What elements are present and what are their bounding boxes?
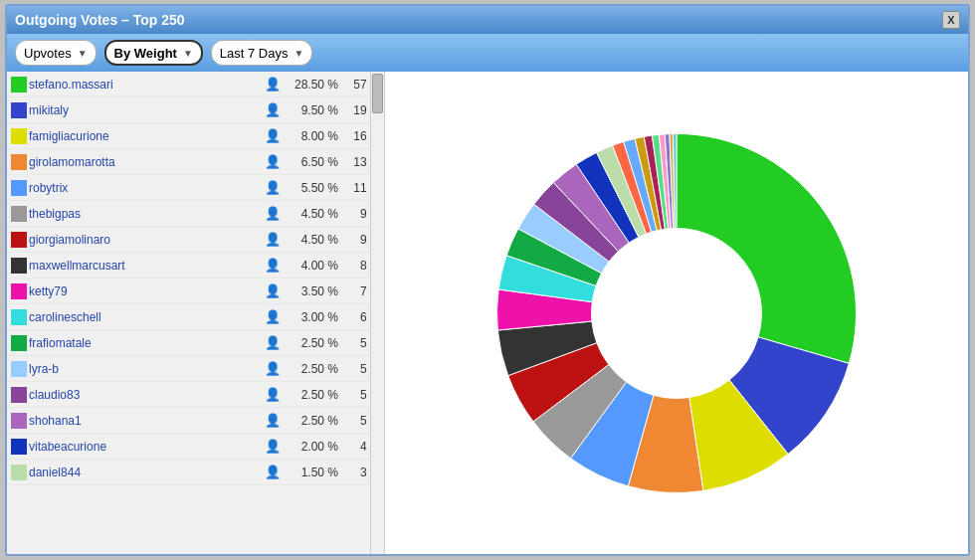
percentage-value: 6.50 % xyxy=(283,155,342,169)
username-label[interactable]: frafiomatale xyxy=(29,336,263,350)
percentage-value: 2.00 % xyxy=(283,440,342,454)
list-item[interactable]: frafiomatale 👤 2.50 % 5 x xyxy=(7,330,384,356)
user-icon: 👤 xyxy=(263,128,283,143)
percentage-value: 8.00 % xyxy=(283,129,342,143)
user-icon: 👤 xyxy=(263,180,283,195)
username-label[interactable]: maxwellmarcusart xyxy=(29,259,263,273)
percentage-value: 2.50 % xyxy=(283,362,342,376)
list-item[interactable]: lyra-b 👤 2.50 % 5 x xyxy=(7,356,384,382)
user-icon: 👤 xyxy=(263,258,283,273)
percentage-value: 9.50 % xyxy=(283,103,342,117)
percentage-value: 28.50 % xyxy=(283,78,342,92)
user-icon: 👤 xyxy=(263,439,283,454)
list-item[interactable]: maxwellmarcusart 👤 4.00 % 8 x xyxy=(7,253,384,279)
user-icon: 👤 xyxy=(263,309,283,324)
percentage-value: 3.00 % xyxy=(283,310,342,324)
donut-chart xyxy=(488,99,866,527)
user-icon: 👤 xyxy=(263,232,283,247)
list-item[interactable]: thebigpas 👤 4.50 % 9 x xyxy=(7,201,384,227)
percentage-value: 1.50 % xyxy=(283,466,342,479)
chevron-down-icon: ▼ xyxy=(294,48,304,59)
list-item[interactable]: stefano.massari 👤 28.50 % 57 x xyxy=(7,72,384,97)
scrollbar[interactable] xyxy=(370,72,384,554)
color-swatch xyxy=(11,387,27,403)
list-item[interactable]: carolineschell 👤 3.00 % 6 x xyxy=(7,304,384,330)
color-swatch xyxy=(11,180,27,196)
user-icon: 👤 xyxy=(263,335,283,350)
username-label[interactable]: ketty79 xyxy=(29,284,263,298)
list-item[interactable]: daniel844 👤 1.50 % 3 x xyxy=(7,460,384,485)
percentage-value: 4.50 % xyxy=(283,207,342,221)
chart-segment xyxy=(677,133,857,363)
percentage-value: 5.50 % xyxy=(283,181,342,195)
filter-weight-dropdown[interactable]: By Weight ▼ xyxy=(104,40,203,66)
username-label[interactable]: famigliacurione xyxy=(29,129,263,143)
color-swatch xyxy=(11,361,27,377)
color-swatch xyxy=(11,335,27,351)
list-item[interactable]: famigliacurione 👤 8.00 % 16 x xyxy=(7,123,384,149)
username-label[interactable]: thebigpas xyxy=(29,207,263,221)
chevron-down-icon: ▼ xyxy=(78,48,88,59)
username-label[interactable]: lyra-b xyxy=(29,362,263,376)
percentage-value: 2.50 % xyxy=(283,336,342,350)
color-swatch xyxy=(11,232,27,248)
username-label[interactable]: giorgiamolinaro xyxy=(29,233,263,247)
user-icon: 👤 xyxy=(263,77,283,92)
filter-type-dropdown[interactable]: Upvotes ▼ xyxy=(15,40,97,66)
user-icon: 👤 xyxy=(263,206,283,221)
window-title: Outgoing Votes – Top 250 xyxy=(15,12,185,28)
percentage-value: 2.50 % xyxy=(283,414,342,428)
list-item[interactable]: giorgiamolinaro 👤 4.50 % 9 x xyxy=(7,227,384,253)
list-item[interactable]: claudio83 👤 2.50 % 5 x xyxy=(7,382,384,408)
donut-chart-panel xyxy=(385,72,968,554)
chevron-down-icon: ▼ xyxy=(183,48,193,59)
username-label[interactable]: vitabeacurione xyxy=(29,440,263,454)
close-button[interactable]: X xyxy=(942,11,960,29)
color-swatch xyxy=(11,128,27,144)
user-icon: 👤 xyxy=(263,154,283,169)
list-item[interactable]: robytrix 👤 5.50 % 11 x xyxy=(7,175,384,201)
color-swatch xyxy=(11,154,27,170)
title-bar: Outgoing Votes – Top 250 X xyxy=(7,6,968,34)
percentage-value: 4.00 % xyxy=(283,259,342,273)
list-item[interactable]: shohana1 👤 2.50 % 5 x xyxy=(7,408,384,434)
username-label[interactable]: claudio83 xyxy=(29,388,263,402)
color-swatch xyxy=(11,206,27,222)
list-item[interactable]: ketty79 👤 3.50 % 7 x xyxy=(7,279,384,304)
votes-list-panel: stefano.massari 👤 28.50 % 57 x mikitaly … xyxy=(7,72,385,554)
color-swatch xyxy=(11,439,27,455)
username-label[interactable]: shohana1 xyxy=(29,414,263,428)
user-icon: 👤 xyxy=(263,387,283,402)
username-label[interactable]: carolineschell xyxy=(29,310,263,324)
user-icon: 👤 xyxy=(263,361,283,376)
color-swatch xyxy=(11,309,27,325)
filter-days-dropdown[interactable]: Last 7 Days ▼ xyxy=(211,40,313,66)
percentage-value: 4.50 % xyxy=(283,233,342,247)
user-icon: 👤 xyxy=(263,102,283,117)
list-item[interactable]: girolamomarotta 👤 6.50 % 13 x xyxy=(7,149,384,175)
color-swatch xyxy=(11,413,27,429)
username-label[interactable]: daniel844 xyxy=(29,466,263,479)
scrollbar-thumb[interactable] xyxy=(372,74,383,113)
color-swatch xyxy=(11,102,27,118)
percentage-value: 2.50 % xyxy=(283,388,342,402)
color-swatch xyxy=(11,77,27,93)
toolbar: Upvotes ▼ By Weight ▼ Last 7 Days ▼ xyxy=(7,34,968,72)
content-area: stefano.massari 👤 28.50 % 57 x mikitaly … xyxy=(7,72,968,554)
username-label[interactable]: girolamomarotta xyxy=(29,155,263,169)
color-swatch xyxy=(11,465,27,480)
percentage-value: 3.50 % xyxy=(283,284,342,298)
username-label[interactable]: mikitaly xyxy=(29,103,263,117)
list-item[interactable]: vitabeacurione 👤 2.00 % 4 x xyxy=(7,434,384,460)
username-label[interactable]: stefano.massari xyxy=(29,78,263,92)
username-label[interactable]: robytrix xyxy=(29,181,263,195)
color-swatch xyxy=(11,283,27,299)
list-body[interactable]: stefano.massari 👤 28.50 % 57 x mikitaly … xyxy=(7,72,384,554)
color-swatch xyxy=(11,258,27,274)
user-icon: 👤 xyxy=(263,413,283,428)
user-icon: 👤 xyxy=(263,283,283,298)
user-icon: 👤 xyxy=(263,465,283,479)
main-window: Outgoing Votes – Top 250 X Upvotes ▼ By … xyxy=(5,4,970,556)
list-item[interactable]: mikitaly 👤 9.50 % 19 x xyxy=(7,97,384,123)
